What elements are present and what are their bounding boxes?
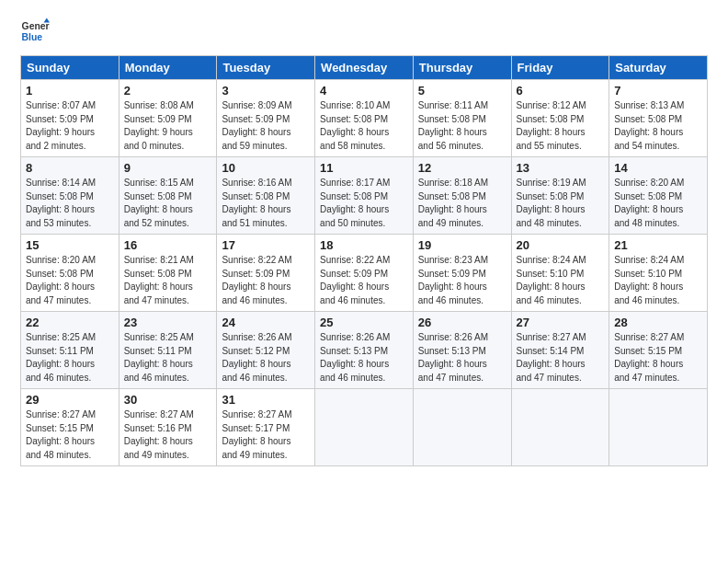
calendar-cell: 12Sunrise: 8:18 AM Sunset: 5:08 PM Dayli… — [413, 157, 511, 235]
day-number: 24 — [222, 316, 310, 329]
svg-text:Blue: Blue — [22, 32, 43, 42]
day-number: 12 — [418, 161, 506, 175]
calendar-cell — [609, 389, 708, 466]
day-header-friday: Friday — [511, 56, 609, 80]
calendar-cell: 11Sunrise: 8:17 AM Sunset: 5:08 PM Dayli… — [315, 157, 414, 235]
calendar-cell: 20Sunrise: 8:24 AM Sunset: 5:10 PM Dayli… — [511, 235, 609, 312]
day-number: 8 — [26, 161, 114, 175]
day-number: 14 — [614, 161, 702, 175]
calendar-cell: 27Sunrise: 8:27 AM Sunset: 5:14 PM Dayli… — [511, 312, 609, 389]
day-number: 21 — [614, 238, 702, 252]
day-number: 26 — [418, 316, 506, 329]
day-number: 18 — [320, 238, 408, 252]
day-number: 11 — [320, 161, 408, 175]
calendar-cell: 15Sunrise: 8:20 AM Sunset: 5:08 PM Dayli… — [21, 235, 119, 312]
day-header-tuesday: Tuesday — [217, 56, 315, 80]
day-number: 25 — [320, 316, 408, 329]
day-info: Sunrise: 8:09 AM Sunset: 5:09 PM Dayligh… — [222, 99, 310, 153]
day-info: Sunrise: 8:20 AM Sunset: 5:08 PM Dayligh… — [614, 177, 702, 230]
svg-marker-2 — [44, 18, 50, 23]
calendar-week-1: 1Sunrise: 8:07 AM Sunset: 5:09 PM Daylig… — [21, 80, 708, 157]
day-info: Sunrise: 8:27 AM Sunset: 5:14 PM Dayligh… — [517, 331, 605, 385]
day-number: 3 — [222, 84, 310, 98]
day-info: Sunrise: 8:27 AM Sunset: 5:17 PM Dayligh… — [222, 408, 310, 462]
day-info: Sunrise: 8:24 AM Sunset: 5:10 PM Dayligh… — [517, 254, 605, 307]
day-info: Sunrise: 8:16 AM Sunset: 5:08 PM Dayligh… — [222, 177, 310, 230]
calendar-cell — [511, 389, 609, 466]
calendar-week-4: 22Sunrise: 8:25 AM Sunset: 5:11 PM Dayli… — [21, 312, 708, 389]
calendar-cell: 10Sunrise: 8:16 AM Sunset: 5:08 PM Dayli… — [217, 157, 315, 235]
calendar-cell: 29Sunrise: 8:27 AM Sunset: 5:15 PM Dayli… — [21, 389, 119, 466]
calendar-cell: 14Sunrise: 8:20 AM Sunset: 5:08 PM Dayli… — [609, 157, 708, 235]
logo-icon: General Blue — [20, 17, 50, 46]
calendar-cell: 22Sunrise: 8:25 AM Sunset: 5:11 PM Dayli… — [21, 312, 119, 389]
day-info: Sunrise: 8:13 AM Sunset: 5:08 PM Dayligh… — [614, 99, 702, 153]
day-info: Sunrise: 8:26 AM Sunset: 5:13 PM Dayligh… — [320, 331, 408, 385]
day-info: Sunrise: 8:22 AM Sunset: 5:09 PM Dayligh… — [320, 254, 408, 307]
day-number: 2 — [124, 84, 212, 98]
day-number: 6 — [517, 84, 605, 98]
day-number: 19 — [418, 238, 506, 252]
day-header-saturday: Saturday — [609, 56, 708, 80]
day-info: Sunrise: 8:11 AM Sunset: 5:08 PM Dayligh… — [418, 99, 506, 153]
calendar-cell: 30Sunrise: 8:27 AM Sunset: 5:16 PM Dayli… — [119, 389, 217, 466]
day-number: 20 — [517, 238, 605, 252]
calendar-cell: 7Sunrise: 8:13 AM Sunset: 5:08 PM Daylig… — [609, 80, 708, 157]
calendar-cell: 5Sunrise: 8:11 AM Sunset: 5:08 PM Daylig… — [413, 80, 511, 157]
day-header-wednesday: Wednesday — [315, 56, 414, 80]
calendar-cell: 16Sunrise: 8:21 AM Sunset: 5:08 PM Dayli… — [119, 235, 217, 312]
day-number: 13 — [517, 161, 605, 175]
calendar-cell — [413, 389, 511, 466]
calendar-body: 1Sunrise: 8:07 AM Sunset: 5:09 PM Daylig… — [21, 80, 708, 466]
day-info: Sunrise: 8:26 AM Sunset: 5:12 PM Dayligh… — [222, 331, 310, 385]
calendar-cell: 25Sunrise: 8:26 AM Sunset: 5:13 PM Dayli… — [315, 312, 414, 389]
day-info: Sunrise: 8:24 AM Sunset: 5:10 PM Dayligh… — [614, 254, 702, 307]
day-info: Sunrise: 8:12 AM Sunset: 5:08 PM Dayligh… — [517, 99, 605, 153]
day-info: Sunrise: 8:23 AM Sunset: 5:09 PM Dayligh… — [418, 254, 506, 307]
calendar-cell: 17Sunrise: 8:22 AM Sunset: 5:09 PM Dayli… — [217, 235, 315, 312]
calendar-cell: 28Sunrise: 8:27 AM Sunset: 5:15 PM Dayli… — [609, 312, 708, 389]
calendar-cell: 2Sunrise: 8:08 AM Sunset: 5:09 PM Daylig… — [119, 80, 217, 157]
calendar-week-5: 29Sunrise: 8:27 AM Sunset: 5:15 PM Dayli… — [21, 389, 708, 466]
day-info: Sunrise: 8:26 AM Sunset: 5:13 PM Dayligh… — [418, 331, 506, 385]
day-number: 10 — [222, 161, 310, 175]
day-info: Sunrise: 8:14 AM Sunset: 5:08 PM Dayligh… — [26, 177, 114, 230]
day-number: 28 — [614, 316, 702, 329]
calendar-cell: 31Sunrise: 8:27 AM Sunset: 5:17 PM Dayli… — [217, 389, 315, 466]
calendar-table: SundayMondayTuesdayWednesdayThursdayFrid… — [20, 55, 708, 466]
calendar-cell: 18Sunrise: 8:22 AM Sunset: 5:09 PM Dayli… — [315, 235, 414, 312]
svg-text:General: General — [22, 21, 50, 31]
calendar-cell: 13Sunrise: 8:19 AM Sunset: 5:08 PM Dayli… — [511, 157, 609, 235]
page-container: General Blue SundayMondayTuesdayWednesda… — [0, 0, 728, 476]
calendar-cell: 4Sunrise: 8:10 AM Sunset: 5:08 PM Daylig… — [315, 80, 414, 157]
calendar-week-2: 8Sunrise: 8:14 AM Sunset: 5:08 PM Daylig… — [21, 157, 708, 235]
day-info: Sunrise: 8:22 AM Sunset: 5:09 PM Dayligh… — [222, 254, 310, 307]
logo: General Blue — [20, 17, 50, 46]
calendar-cell: 24Sunrise: 8:26 AM Sunset: 5:12 PM Dayli… — [217, 312, 315, 389]
day-number: 16 — [124, 238, 212, 252]
day-info: Sunrise: 8:15 AM Sunset: 5:08 PM Dayligh… — [124, 177, 212, 230]
day-number: 9 — [124, 161, 212, 175]
day-number: 7 — [614, 84, 702, 98]
calendar-cell: 9Sunrise: 8:15 AM Sunset: 5:08 PM Daylig… — [119, 157, 217, 235]
day-number: 1 — [26, 84, 114, 98]
calendar-cell: 8Sunrise: 8:14 AM Sunset: 5:08 PM Daylig… — [21, 157, 119, 235]
calendar-cell: 3Sunrise: 8:09 AM Sunset: 5:09 PM Daylig… — [217, 80, 315, 157]
day-info: Sunrise: 8:19 AM Sunset: 5:08 PM Dayligh… — [517, 177, 605, 230]
day-number: 23 — [124, 316, 212, 329]
calendar-cell: 6Sunrise: 8:12 AM Sunset: 5:08 PM Daylig… — [511, 80, 609, 157]
calendar-cell: 21Sunrise: 8:24 AM Sunset: 5:10 PM Dayli… — [609, 235, 708, 312]
calendar-week-3: 15Sunrise: 8:20 AM Sunset: 5:08 PM Dayli… — [21, 235, 708, 312]
calendar-cell: 23Sunrise: 8:25 AM Sunset: 5:11 PM Dayli… — [119, 312, 217, 389]
day-info: Sunrise: 8:27 AM Sunset: 5:15 PM Dayligh… — [614, 331, 702, 385]
calendar-cell: 1Sunrise: 8:07 AM Sunset: 5:09 PM Daylig… — [21, 80, 119, 157]
day-info: Sunrise: 8:27 AM Sunset: 5:15 PM Dayligh… — [26, 408, 114, 462]
day-number: 5 — [418, 84, 506, 98]
day-number: 30 — [124, 393, 212, 407]
day-info: Sunrise: 8:08 AM Sunset: 5:09 PM Dayligh… — [124, 99, 212, 153]
day-number: 4 — [320, 84, 408, 98]
day-number: 17 — [222, 238, 310, 252]
day-info: Sunrise: 8:17 AM Sunset: 5:08 PM Dayligh… — [320, 177, 408, 230]
day-number: 15 — [26, 238, 114, 252]
header: General Blue — [20, 17, 708, 46]
